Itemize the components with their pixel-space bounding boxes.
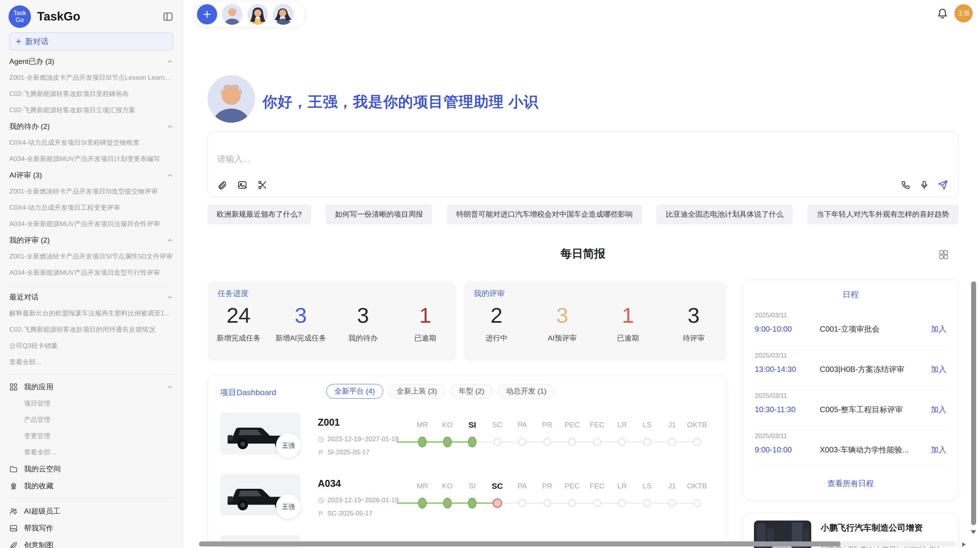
view-all-schedule-link[interactable]: 查看所有日程 [743,478,958,489]
clock-icon [318,436,324,443]
project-dates: 2023-12-19~2026-01-19 [318,497,399,504]
milestone-dot [518,499,526,507]
sidebar-item[interactable]: A034-全新新能源MUV产品开发项目造型可行性评审 [9,265,173,281]
tab-new-top[interactable]: 全新上装 (3) [389,384,445,399]
suggestion-chip[interactable]: 当下年轻人对汽车外观有怎样的喜好趋势 [807,204,958,224]
card-title: 我的评审 [474,288,505,299]
sidebar-item-my-apps[interactable]: 我的应用 [9,378,173,396]
suggestion-chip[interactable]: 欧洲新规最近颁布了什么? [207,204,311,224]
agent-avatar-3[interactable] [273,4,294,25]
milestone-dot [668,438,676,446]
milestone-dot [493,438,501,446]
agent-avatar-1[interactable] [222,4,243,25]
logo-text-top: Task [14,10,26,17]
sidebar-item[interactable]: C02-飞腾新能源轻客改款项目的闭环通告反馈情况 [9,322,173,338]
voice-call-icon[interactable] [901,180,911,190]
sidebar-item[interactable]: A034-全新新能源MUV产品开发项目计划变更表编写 [9,151,173,167]
join-link[interactable]: 加入 [931,324,946,334]
section-header-my-review[interactable]: 我的评审 (2) [9,232,173,248]
sidebar-item[interactable]: A034-全新新能源MUV产品开发项目法规符合性评审 [9,216,173,232]
image-upload-icon[interactable] [237,180,247,190]
project-row-z001[interactable]: 王强 Z001 2023-12-19~2027-01-19 SI-2025-05… [208,413,726,474]
schedule-event: 2025/03/11 9:00-10:00 X003-车辆动力学性能验... 加… [755,427,946,467]
notifications-bell-icon[interactable] [937,8,948,19]
sidebar-item-creative-draw[interactable]: 创意制图 [9,537,173,548]
sidebar-item[interactable]: Z001-全新燃油轻卡产品开发项目SI造型提交物评审 [9,183,173,200]
logo-text-bottom: Go [15,17,24,24]
new-chat-button[interactable]: + 新对话 [9,33,173,50]
section-header-my-todo[interactable]: 我的待办 (2) [9,118,173,135]
flag-icon [318,510,324,517]
scissors-icon[interactable] [257,180,267,190]
chat-input[interactable] [217,154,759,164]
divider [9,285,173,285]
suggestion-chip[interactable]: 如何写一份清晰的项目周报 [326,204,432,224]
join-link[interactable]: 加入 [931,445,946,455]
sidebar-item[interactable]: C0X4-动力总成开发项目工程变更评审 [9,200,173,216]
stat-review-overdue: 1 已逾期 [595,303,661,343]
project-milestone-flag: SI-2025-05-17 [318,449,370,456]
project-code: A034 [318,478,341,489]
task-progress-card: 任务进度 24 新增完成任务 3 新增AI完成任务 3 我的待办 1 已逾期 [207,281,456,361]
dashboard-tabs: 全新平台 (4) 全新上装 (3) 年型 (2) 动总开发 (1) [326,384,555,399]
sidebar-item[interactable]: 公司Q3轻卡销量 [9,338,173,354]
sidebar-item-view-all[interactable]: 查看全部... [9,354,173,370]
divider [9,498,173,499]
scroll-right-arrow-icon[interactable] [962,542,966,547]
stat-pending-review: 3 待评审 [661,303,726,343]
sidebar-item[interactable]: Z001-全新燃油皮卡产品开发项目SI节点Lesson Learn报告 [9,70,173,86]
layout-grid-icon[interactable] [938,249,949,260]
medal-star-icon [9,482,18,490]
sidebar-item[interactable]: C02-飞腾新能源轻客改款项目立项汇报方案 [9,102,173,118]
daily-briefing-title: 每日简报 [207,246,958,262]
sidebar-item[interactable]: Z001-全新燃油轻卡产品开发项目SI节点属性5D文件评审 [9,248,173,265]
sidebar-subitem-view-all[interactable]: 查看全部... [9,444,173,461]
sidebar-list: Agent已办 (3) Z001-全新燃油皮卡产品开发项目SI节点Lesson … [0,50,183,548]
sidebar-item-ai-employee[interactable]: AI超级员工 [9,503,173,520]
project-code: Z001 [318,417,340,428]
project-milestone-flag: SC-2025-05-17 [318,510,372,517]
sidebar-item-help-write[interactable]: 帮我写作 [9,520,173,537]
send-icon[interactable] [938,180,948,190]
add-agent-button[interactable] [196,3,218,25]
sidebar-item-cloud-space[interactable]: 我的云空间 [9,461,173,478]
milestone-dot [568,499,576,507]
project-row-a034[interactable]: 王强 A034 2023-12-19~2026-01-19 SC-2025-05… [208,474,726,535]
microphone-icon[interactable] [919,180,929,190]
my-review-card: 我的评审 2 进行中 3 AI预评审 1 已逾期 3 待评审 [464,281,726,361]
suggestion-chip[interactable]: 特朗普可能对进口汽车增税会对中国车企造成哪些影响 [447,204,642,224]
card-title: 任务进度 [218,288,248,299]
sidebar-item[interactable]: 解释最新出台的欧盟报废车法规再生塑料比例被调至15%... [9,305,173,322]
vertical-scrollbar-thumb[interactable] [971,281,976,525]
stat-overdue: 1 已逾期 [394,303,456,343]
sidebar-subitem-project-mgmt[interactable]: 项目管理 [9,396,173,412]
sidebar-item[interactable]: C0X4-动力总成开发项目SI里程碑提交物检查 [9,135,173,151]
sidebar-subitem-product-mgmt[interactable]: 产品管理 [9,412,173,428]
assistant-avatar [207,75,255,123]
sidebar-header: Task Go TaskGo [0,0,183,28]
milestone-dot [468,437,476,447]
agent-avatar-2[interactable] [247,4,268,25]
sidebar-item-favorites[interactable]: 我的收藏 [9,478,173,495]
section-header-ai-review[interactable]: AI评审 (3) [9,167,173,183]
dashboard-title: 项目Dashboard [220,387,276,398]
milestone-dot [693,499,701,507]
tab-model-year[interactable]: 年型 (2) [451,384,493,399]
join-link[interactable]: 加入 [931,364,946,375]
tab-new-platform[interactable]: 全新平台 (4) [326,384,383,399]
scroll-down-arrow-icon[interactable] [971,530,976,534]
sidebar-subitem-change-mgmt[interactable]: 变更管理 [9,428,173,444]
horizontal-scrollbar-thumb[interactable] [199,541,841,546]
user-avatar[interactable]: 王强 [954,4,973,22]
sidebar-item[interactable]: C02-飞腾新能源轻客改款项目里程碑画布 [9,86,173,102]
attachment-icon[interactable] [217,180,227,190]
tab-powertrain[interactable]: 动总开发 (1) [498,384,555,399]
sidebar-collapse-icon[interactable] [163,11,173,22]
section-header-recent-chats[interactable]: 最近对话 [9,289,173,305]
suggestion-chips: 欧洲新规最近颁布了什么? 如何写一份清晰的项目周报 特朗普可能对进口汽车增税会对… [207,204,958,224]
app-window: Task Go TaskGo + 新对话 Agent已办 (3) Z001-全新… [0,0,980,548]
join-link[interactable]: 加入 [931,404,946,415]
suggestion-chip[interactable]: 比亚迪全固态电池计划具体说了什么 [656,204,793,224]
section-header-agent-done[interactable]: Agent已办 (3) [9,53,173,70]
clock-icon [318,497,324,504]
